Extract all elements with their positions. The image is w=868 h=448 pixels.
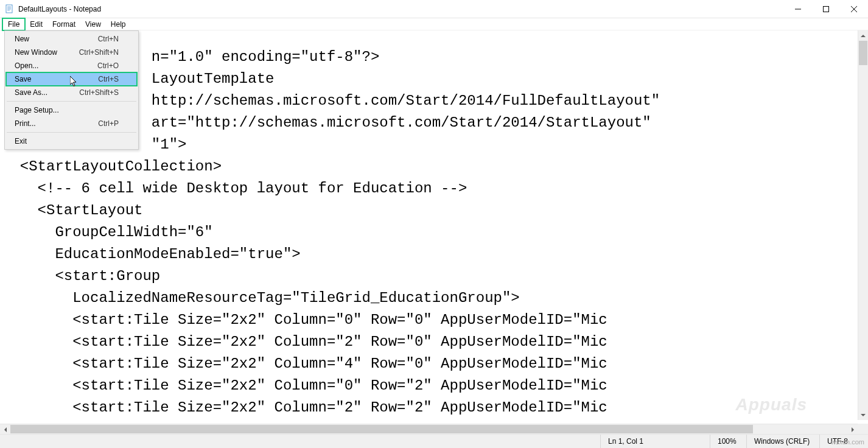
file-menu-dropdown: New Ctrl+N New Window Ctrl+Shift+N Open.… [4, 30, 139, 150]
menu-item-open[interactable]: Open... Ctrl+O [6, 59, 137, 72]
menu-edit[interactable]: Edit [25, 19, 47, 30]
menu-item-new-window[interactable]: New Window Ctrl+Shift+N [6, 46, 137, 59]
menu-item-exit[interactable]: Exit [6, 135, 137, 148]
menu-item-shortcut: Ctrl+S [98, 75, 119, 83]
menu-item-shortcut: Ctrl+N [98, 35, 119, 43]
svg-rect-0 [6, 5, 12, 13]
menu-item-print[interactable]: Print... Ctrl+P [6, 117, 137, 130]
window-title: DefaultLayouts - Notepad [18, 5, 101, 13]
status-position: Ln 1, Col 1 [600, 435, 710, 448]
menu-item-label: Save [15, 75, 98, 83]
menu-separator [7, 101, 136, 102]
scroll-right-button[interactable] [847, 424, 858, 435]
menu-format[interactable]: Format [47, 19, 80, 30]
menu-item-label: Print... [15, 119, 98, 128]
menu-view[interactable]: View [80, 19, 106, 30]
menu-item-shortcut: Ctrl+Shift+N [79, 48, 119, 57]
horizontal-scrollbar[interactable] [0, 424, 858, 434]
menu-bar: File Edit Format View Help [0, 18, 868, 30]
watermark-url: wsxdn.com [831, 438, 864, 446]
menu-item-label: Exit [15, 137, 119, 145]
menu-item-label: New [15, 35, 98, 43]
scroll-track[interactable] [858, 41, 868, 410]
status-zoom: 100% [710, 435, 746, 448]
menu-item-page-setup[interactable]: Page Setup... [6, 103, 137, 117]
menu-item-shortcut: Ctrl+P [98, 119, 119, 128]
menu-item-save-as[interactable]: Save As... Ctrl+Shift+S [6, 86, 137, 99]
menu-item-new[interactable]: New Ctrl+N [6, 32, 137, 46]
menu-item-label: Page Setup... [15, 106, 119, 114]
scroll-left-button[interactable] [0, 424, 10, 435]
menu-item-shortcut: Ctrl+Shift+S [79, 88, 119, 97]
scroll-up-button[interactable] [858, 30, 868, 41]
status-line-ending: Windows (CRLF) [746, 435, 819, 448]
scroll-thumb[interactable] [859, 41, 867, 65]
vertical-scrollbar[interactable] [858, 30, 868, 420]
menu-separator [7, 132, 136, 133]
menu-item-save[interactable]: Save Ctrl+S [6, 72, 137, 86]
watermark-brand: Appuals [736, 395, 807, 415]
title-bar: DefaultLayouts - Notepad [0, 0, 868, 18]
scroll-thumb[interactable] [10, 425, 753, 433]
scroll-corner [858, 424, 868, 434]
menu-item-label: New Window [15, 48, 79, 57]
status-bar: Ln 1, Col 1 100% Windows (CRLF) UTF-8 [0, 434, 868, 448]
maximize-button[interactable] [812, 0, 840, 18]
close-button[interactable] [840, 0, 868, 18]
scroll-track[interactable] [10, 424, 847, 434]
minimize-button[interactable] [784, 0, 812, 18]
menu-help[interactable]: Help [106, 19, 131, 30]
scroll-down-button[interactable] [858, 410, 868, 420]
menu-item-shortcut: Ctrl+O [97, 61, 119, 70]
menu-item-label: Save As... [15, 88, 79, 97]
notepad-icon [5, 4, 15, 14]
svg-rect-6 [824, 6, 829, 12]
menu-file[interactable]: File [2, 18, 25, 30]
menu-item-label: Open... [15, 61, 97, 70]
